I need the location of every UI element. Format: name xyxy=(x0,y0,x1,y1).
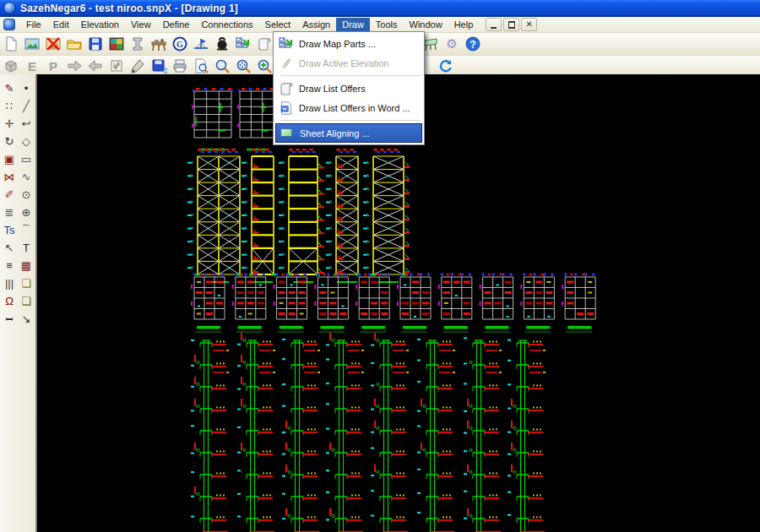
solid-view-icon[interactable] xyxy=(0,57,21,75)
cad-column-details[interactable] xyxy=(191,333,546,532)
menu-item-label: Draw Map Parts ... xyxy=(299,39,376,49)
zoom-extents-icon[interactable] xyxy=(232,57,253,75)
menu-item-label: Sheet Aligning ... xyxy=(300,128,370,138)
rotate-icon[interactable]: ↻ xyxy=(1,133,18,150)
magnet-icon[interactable]: Ω xyxy=(1,292,18,310)
letter-p-icon[interactable]: P xyxy=(42,57,63,75)
draw-list-offers-icon[interactable] xyxy=(253,35,274,53)
menu-item-draw-map-parts[interactable]: Draw Map Parts ... xyxy=(275,34,422,53)
menu-tools[interactable]: Tools xyxy=(370,18,404,31)
magic-wand-icon[interactable]: ✐ xyxy=(1,186,18,204)
letter-e-icon[interactable]: E xyxy=(21,57,42,75)
pan-icon[interactable]: ↖ xyxy=(1,239,18,257)
hatch-icon[interactable]: ▦ xyxy=(18,257,35,274)
menu-edit[interactable]: Edit xyxy=(47,18,75,31)
node-select-icon[interactable]: ∷ xyxy=(1,97,18,115)
menu-help[interactable]: Help xyxy=(448,18,480,31)
document-system-icon[interactable] xyxy=(3,19,15,30)
grade-icon[interactable]: G xyxy=(169,35,190,53)
menu-item-label: Draw List Offers in Word ... xyxy=(299,103,410,113)
menu-separator xyxy=(280,75,421,76)
insert-image-icon[interactable] xyxy=(21,35,42,53)
beam-section-icon[interactable]: I xyxy=(1,310,18,328)
title-bar[interactable]: SazehNegar6 - test niroo.snpX - [Drawing… xyxy=(0,0,760,17)
help-icon[interactable]: ? xyxy=(462,35,483,53)
menu-item-draw-list-offers-word[interactable]: WDraw List Offers in Word ... xyxy=(275,98,422,117)
mdi-window-controls: ✕ xyxy=(486,18,537,31)
menu-select[interactable]: Select xyxy=(259,18,297,31)
menu-assign[interactable]: Assign xyxy=(296,18,336,31)
svg-text:W: W xyxy=(282,106,288,111)
menu-separator xyxy=(280,120,421,121)
svg-text:⚙: ⚙ xyxy=(446,36,457,51)
minimize-button[interactable] xyxy=(486,18,502,31)
save-settings-icon[interactable]: ⚙ xyxy=(148,57,169,75)
new-document-icon[interactable] xyxy=(0,35,21,53)
app-logo-icon xyxy=(3,2,16,14)
text-style-icon[interactable]: Ts xyxy=(1,221,18,239)
line-tool-icon[interactable]: ╱ xyxy=(18,97,35,115)
materials-icon[interactable] xyxy=(106,35,127,53)
menu-draw[interactable]: Draw xyxy=(336,18,370,31)
copy-entity-icon[interactable]: ❏ xyxy=(18,274,35,292)
settings-gear-icon[interactable]: ⚙ xyxy=(441,35,462,53)
ellipse-tool-icon[interactable]: ⊕ xyxy=(18,204,35,221)
arc-tool-icon[interactable]: ⌒ xyxy=(18,221,35,239)
text-tool-icon[interactable]: T xyxy=(18,239,35,257)
pen-icon[interactable] xyxy=(127,57,148,75)
mapparts-icon xyxy=(277,36,296,52)
undo-icon[interactable]: ↩ xyxy=(18,115,35,133)
polygon-tool-icon[interactable]: ◇ xyxy=(18,133,35,150)
steel-beam-icon[interactable] xyxy=(127,35,148,53)
menu-item-label: Draw Active Elevation xyxy=(299,58,388,68)
draw-menu-dropdown: Draw Map Parts ...Draw Active ElevationD… xyxy=(273,31,425,145)
close-button[interactable]: ✕ xyxy=(521,18,537,31)
previous-icon[interactable] xyxy=(84,57,106,75)
menu-connections[interactable]: Connections xyxy=(195,18,258,31)
menu-view[interactable]: View xyxy=(125,18,157,31)
paste-special-icon[interactable]: ▣ xyxy=(1,150,18,168)
mirror-icon[interactable]: ⋈ xyxy=(1,168,18,186)
spline-tool-icon[interactable]: ∿ xyxy=(18,168,35,186)
restore-button[interactable] xyxy=(503,18,519,31)
group-icon[interactable]: ❏ xyxy=(18,292,35,310)
open-file-icon[interactable] xyxy=(63,35,84,53)
menu-define[interactable]: Define xyxy=(157,18,196,31)
menu-item-draw-active-elevation: Draw Active Elevation xyxy=(275,53,422,73)
weight-icon[interactable] xyxy=(211,35,232,53)
zoom-icon[interactable] xyxy=(211,57,232,75)
measure-icon[interactable]: ↘ xyxy=(18,310,35,328)
menu-item-draw-list-offers[interactable]: Draw List Offers xyxy=(275,79,422,98)
menu-item-sheet-aligning[interactable]: Sheet Aligning ... xyxy=(275,123,422,143)
word-icon: W xyxy=(277,100,296,116)
cad-elevation-towers[interactable] xyxy=(187,149,410,282)
circle-tool-icon[interactable]: ⊙ xyxy=(18,186,35,204)
point-tool-icon[interactable]: • xyxy=(18,79,35,97)
menu-window[interactable]: Window xyxy=(404,18,448,31)
move-tool-icon[interactable]: ✛ xyxy=(1,115,18,133)
elevdis-icon xyxy=(277,56,296,71)
columns-icon[interactable]: ||| xyxy=(1,274,18,292)
print-icon[interactable] xyxy=(169,57,190,75)
align-lines-icon[interactable]: ≡ xyxy=(1,257,18,274)
menu-item-label: Draw List Offers xyxy=(299,84,366,94)
draw-map-parts-icon[interactable] xyxy=(232,35,253,53)
menu-file[interactable]: File xyxy=(20,18,47,31)
print-preview-icon[interactable] xyxy=(190,57,211,75)
next-icon[interactable] xyxy=(63,57,84,75)
workshop-icon[interactable] xyxy=(148,35,169,53)
refresh-icon[interactable] xyxy=(435,57,456,75)
checklist-icon[interactable] xyxy=(106,57,127,75)
delete-image-icon[interactable] xyxy=(42,35,63,53)
layers-icon[interactable]: ≣ xyxy=(1,204,18,221)
save-icon[interactable] xyxy=(84,35,106,53)
zoom-in-icon[interactable] xyxy=(253,57,274,75)
elevation-level-icon[interactable] xyxy=(190,35,211,53)
svg-text:G: G xyxy=(176,40,183,49)
pen-tool-icon[interactable]: ✎ xyxy=(1,79,18,97)
menu-elevation[interactable]: Elevation xyxy=(75,18,125,31)
cad-plan-grids-top[interactable] xyxy=(192,88,275,149)
svg-text:E: E xyxy=(27,59,35,73)
rectangle-tool-icon[interactable]: ▭ xyxy=(18,150,35,168)
svg-text:?: ? xyxy=(470,39,475,51)
